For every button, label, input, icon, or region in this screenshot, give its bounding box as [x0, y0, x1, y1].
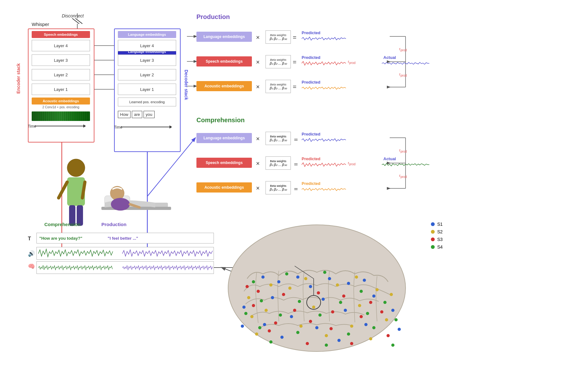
comp-speech-rprod: rprod — [348, 161, 355, 166]
comp-speech-beta: Beta weights β₁ β₂ ... β₅₀ — [266, 156, 291, 170]
comp-speech-bar: Speech embeddings — [196, 158, 252, 168]
comp-acoustic-equals: ＝ — [293, 185, 299, 193]
svg-point-72 — [358, 304, 361, 307]
encoder-layer-4: Layer 4 — [32, 40, 90, 51]
prod-acoustic-signal — [302, 85, 346, 91]
svg-point-40 — [111, 198, 130, 211]
comp-lang-beta: Beta weights β₁ β₂ ... β₅₀ — [266, 132, 291, 145]
svg-point-62 — [280, 336, 284, 339]
svg-point-115 — [325, 344, 328, 347]
learned-pos-box: Learned pos. encoding — [118, 98, 176, 106]
prod-rprod-bot: rprod — [399, 72, 407, 77]
svg-point-73 — [299, 325, 303, 328]
prod-acoustic-bar: Acoustic embeddings — [196, 81, 252, 91]
bottom-comprehension-label: Comprehension — [44, 222, 80, 227]
svg-point-98 — [387, 334, 390, 337]
svg-point-45 — [296, 275, 299, 279]
svg-point-109 — [318, 313, 322, 317]
prod-speech-bar: Speech embeddings — [196, 56, 252, 66]
svg-point-118 — [269, 340, 272, 344]
brain-icon-small: 🧠 — [28, 263, 35, 270]
svg-line-11 — [75, 18, 82, 24]
svg-point-43 — [261, 275, 265, 279]
legend-label-s1: S1 — [437, 222, 443, 227]
enc-time-arrow — [35, 126, 86, 126]
svg-point-65 — [288, 287, 291, 290]
prod-speech-beta-label: Beta weights — [270, 58, 286, 61]
prod-speech-signal — [302, 60, 346, 66]
t-label: T — [28, 236, 31, 242]
svg-point-107 — [383, 301, 387, 304]
svg-point-86 — [369, 301, 372, 304]
prod-lang-beta-formula: β₁ β₂ ... β₅₀ — [270, 37, 286, 41]
production-title: Production — [196, 13, 230, 21]
svg-point-96 — [350, 342, 353, 345]
comp-acoustic-predicted-label: Predicted — [302, 181, 320, 186]
comprehension-title: Comprehension — [196, 117, 245, 124]
prod-lang-predicted-label: Predicted — [302, 30, 320, 35]
enc-time-label: Time — [28, 124, 36, 129]
decoder-stack-label: Decoder stack — [184, 70, 189, 100]
svg-point-66 — [304, 277, 307, 280]
svg-point-69 — [375, 288, 379, 291]
svg-point-74 — [350, 325, 353, 328]
svg-point-68 — [355, 275, 358, 279]
svg-point-83 — [282, 293, 285, 296]
prod-lang-times: × — [256, 34, 260, 41]
svg-point-102 — [323, 271, 326, 274]
legend-s1: S1 — [431, 222, 443, 227]
whisper-label: Whisper — [32, 22, 49, 27]
svg-point-55 — [315, 326, 318, 329]
svg-point-89 — [331, 310, 334, 313]
svg-point-46 — [309, 285, 312, 288]
encoder-layer-1: Layer 1 — [32, 84, 90, 95]
brain-illustration — [215, 215, 421, 361]
svg-point-117 — [244, 312, 247, 315]
legend-s3: S3 — [431, 237, 443, 242]
quote-box: "How are you today?" "I feel better ..." — [36, 233, 214, 243]
prod-lang-signal — [302, 35, 346, 42]
prod-acoustic-predicted-label: Predicted — [302, 80, 320, 85]
decoder-lang-emb-light: Language embeddings — [118, 31, 176, 38]
comp-lang-equals: ＝ — [293, 135, 299, 144]
prod-acoustic-equals: = — [293, 83, 297, 91]
svg-point-114 — [372, 326, 375, 329]
neural-box — [36, 261, 214, 274]
legend-dot-s1 — [431, 222, 435, 226]
decoder-layer-1: Layer 1 — [118, 84, 176, 95]
prod-acoustic-times: × — [256, 83, 260, 91]
word-how: How — [118, 111, 131, 118]
encoder-speech-emb: Speech embeddings — [32, 31, 90, 38]
conv-label: 2 Conv1d + pos. encoding — [32, 105, 90, 109]
svg-point-57 — [364, 323, 368, 326]
svg-point-58 — [391, 309, 394, 312]
comp-speech-times: × — [256, 160, 260, 167]
svg-point-90 — [380, 310, 383, 313]
svg-point-88 — [293, 309, 296, 312]
comp-acoustic-signal — [302, 186, 346, 193]
svg-point-44 — [277, 280, 280, 283]
svg-point-49 — [363, 279, 366, 282]
comp-speech-signal — [302, 161, 346, 168]
prod-speech-equals: = — [293, 59, 297, 66]
comp-acoustic-times: × — [256, 185, 260, 192]
legend-dot-s3 — [431, 237, 435, 241]
legend-s2: S2 — [431, 229, 443, 234]
svg-point-81 — [255, 332, 258, 336]
word-are: are — [132, 111, 142, 118]
svg-point-42 — [228, 225, 406, 351]
prod-actual-signal — [382, 60, 429, 66]
svg-point-108 — [279, 313, 282, 317]
svg-point-47 — [328, 277, 331, 280]
prod-speech-times: × — [256, 59, 260, 66]
comp-actual-label: Actual — [383, 156, 396, 161]
prod-lang-bar: Language embeddings — [196, 32, 252, 42]
dec-time-label: Time — [114, 125, 122, 130]
main-diagram: Whisper Disconnect Encoder stack Speech … — [0, 0, 576, 392]
svg-point-93 — [360, 315, 363, 318]
svg-point-79 — [390, 293, 393, 296]
prod-speech-rprod: rprod — [348, 60, 355, 65]
decoder-layer-2: Layer 2 — [118, 69, 176, 80]
legend-label-s3: S3 — [437, 237, 443, 242]
svg-point-67 — [336, 283, 339, 287]
